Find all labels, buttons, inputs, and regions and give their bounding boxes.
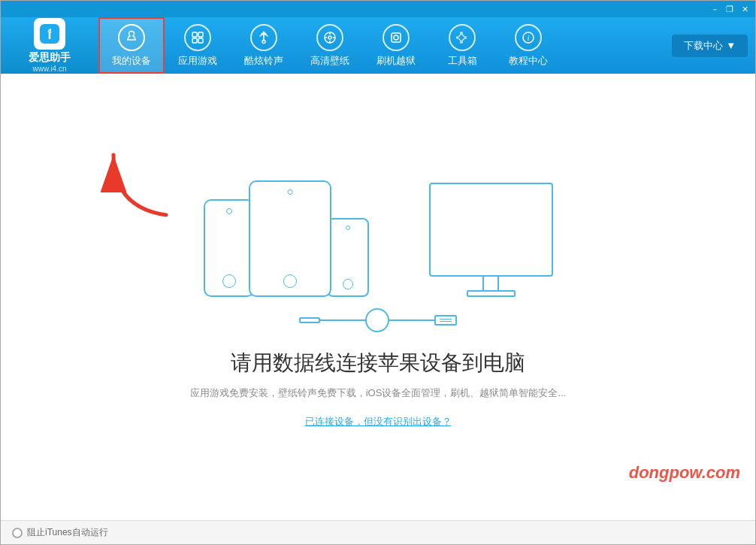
ringtones-label: 酷炫铃声 <box>244 54 283 68</box>
jailbreak-icon <box>383 24 410 51</box>
download-button[interactable]: 下载中心 ▼ <box>672 35 748 57</box>
cable-right-line <box>389 319 434 321</box>
itunes-status[interactable]: 阻止iTunes自动运行 <box>12 526 108 539</box>
svg-text:i: i <box>527 33 529 42</box>
devices-illustration <box>204 180 553 297</box>
toolbox-icon <box>449 24 476 51</box>
ringtones-icon <box>250 24 277 51</box>
my-device-icon <box>118 24 145 51</box>
svg-point-15 <box>394 35 398 40</box>
wallpaper-icon <box>316 24 343 51</box>
tutorials-icon: i <box>515 24 542 51</box>
device-link[interactable]: 已连接设备，但没有识别出设备？ <box>305 415 452 428</box>
svg-point-9 <box>328 36 331 39</box>
wallpaper-label: 高清壁纸 <box>310 54 349 68</box>
minimize-button[interactable]: － <box>708 2 721 16</box>
main-content: 请用数据线连接苹果设备到电脑 应用游戏免费安装，壁纸铃声免费下载，iOS设备全面… <box>1 74 755 520</box>
cable-left-line <box>320 319 365 321</box>
mobile-devices <box>204 180 369 297</box>
itunes-label: 阻止iTunes自动运行 <box>27 526 108 539</box>
monitor-neck <box>482 277 499 290</box>
close-button[interactable]: ✕ <box>738 2 751 16</box>
nav-toolbox[interactable]: 工具箱 <box>429 17 495 74</box>
download-label: 下载中心 <box>684 39 723 53</box>
restore-button[interactable]: ❐ <box>723 2 736 16</box>
logo-icon: i 4 <box>34 18 65 50</box>
app-url: www.i4.cn <box>32 65 66 73</box>
toolbox-label: 工具箱 <box>448 54 477 68</box>
nav-my-device[interactable]: 我的设备 <box>98 17 165 74</box>
svg-text:4: 4 <box>47 27 51 35</box>
cable-right-connector <box>434 315 457 325</box>
svg-rect-6 <box>198 38 203 43</box>
svg-rect-3 <box>192 32 197 37</box>
nav-ringtones[interactable]: 酷炫铃声 <box>231 17 297 74</box>
tablet <box>249 180 331 297</box>
my-device-label: 我的设备 <box>112 54 151 68</box>
big-phone <box>204 199 255 297</box>
small-phone <box>327 218 369 297</box>
navbar: i 4 爱思助手 www.i4.cn 我的设备 <box>1 17 755 74</box>
monitor <box>429 183 553 297</box>
watermark: dongpow.com <box>629 463 740 483</box>
nav-right: 下载中心 ▼ <box>672 35 748 57</box>
svg-rect-14 <box>392 33 401 42</box>
cable-left-connector <box>299 317 320 323</box>
cable-row <box>235 308 521 332</box>
nav-apps-games[interactable]: 应用游戏 <box>165 17 231 74</box>
tutorials-label: 教程中心 <box>509 54 548 68</box>
logo-area[interactable]: i 4 爱思助手 www.i4.cn <box>1 17 98 74</box>
main-subtitle: 应用游戏免费安装，壁纸铃声免费下载，iOS设备全面管理，刷机、越狱简单智能安全.… <box>190 386 567 400</box>
cable-center-circle <box>365 308 389 332</box>
monitor-base <box>467 290 516 297</box>
red-arrow <box>98 140 181 226</box>
nav-wallpaper[interactable]: 高清壁纸 <box>297 17 363 74</box>
nav-items: 我的设备 应用游戏 <box>98 17 672 74</box>
svg-rect-5 <box>192 38 197 43</box>
apps-games-icon <box>184 24 211 51</box>
jailbreak-label: 刷机越狱 <box>376 54 416 68</box>
nav-jailbreak[interactable]: 刷机越狱 <box>363 17 429 74</box>
apps-games-label: 应用游戏 <box>178 54 217 68</box>
system-titlebar: － ❐ ✕ <box>1 1 755 17</box>
app-name: 爱思助手 <box>29 51 71 65</box>
svg-rect-4 <box>198 32 203 37</box>
svg-point-7 <box>262 40 265 43</box>
statusbar: 阻止iTunes自动运行 <box>1 520 755 544</box>
status-indicator <box>12 528 23 538</box>
main-title: 请用数据线连接苹果设备到电脑 <box>231 349 525 377</box>
monitor-screen <box>429 183 553 277</box>
nav-tutorials[interactable]: i 教程中心 <box>495 17 561 74</box>
download-icon: ▼ <box>726 40 736 51</box>
